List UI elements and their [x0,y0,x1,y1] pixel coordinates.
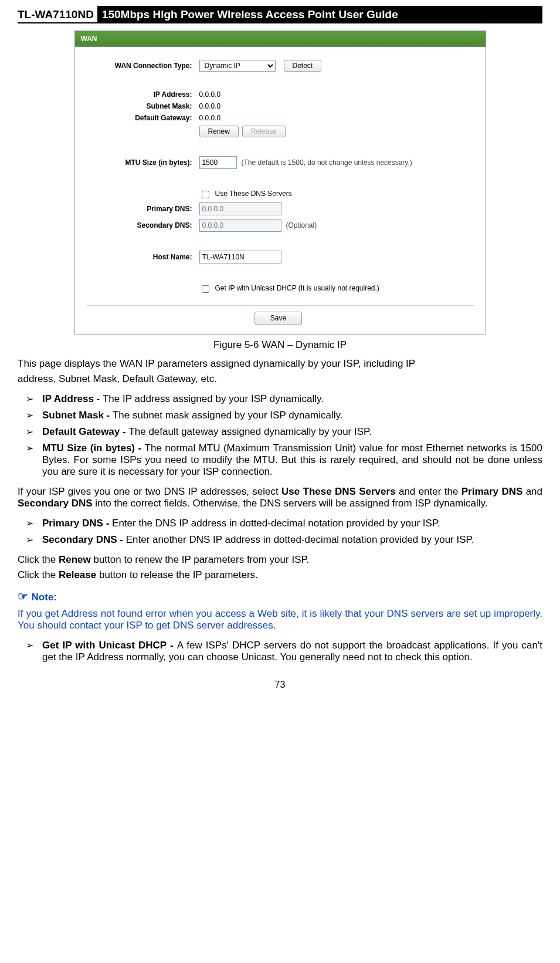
wan-settings-screenshot: WAN WAN Connection Type: Dynamic IP Dete… [74,31,486,334]
guide-title: 150Mbps High Power Wireless Access Point… [97,6,542,22]
note-body: If you get Address not found error when … [18,608,542,631]
page-number: 73 [18,680,542,690]
mtu-hint: (The default is 1500, do not change unle… [242,158,412,167]
dns-paragraph: If your ISP gives you one or two DNS IP … [18,486,542,509]
subnet-mask-label: Subnet Mask: [87,102,199,110]
mtu-size-label: MTU Size (in bytes): [87,158,199,167]
use-dns-label: Use These DNS Servers [215,190,292,198]
use-dns-checkbox[interactable] [202,191,209,198]
secondary-dns-label: Secondary DNS: [87,221,199,229]
secondary-dns-hint: (Optional) [286,221,317,229]
unicast-dhcp-checkbox[interactable] [202,285,209,293]
default-gateway-value: 0.0.0.0 [199,114,221,122]
renew-button[interactable]: Renew [199,126,239,137]
bullet-primary-dns: Primary DNS - Enter the DNS IP address i… [26,518,542,529]
release-button[interactable]: Release [242,126,286,137]
mtu-size-input[interactable] [199,156,237,169]
page-header: TL-WA7110ND 150Mbps High Power Wireless … [18,6,542,23]
bullet-unicast-dhcp: Get IP with Unicast DHCP - A few ISPs' D… [26,640,542,663]
bullet-mtu-size: MTU Size (in bytes) - The normal MTU (Ma… [26,442,542,478]
primary-dns-input[interactable] [199,202,281,215]
host-name-label: Host Name: [87,253,199,261]
figure-caption: Figure 5-6 WAN – Dynamic IP [18,339,542,351]
release-paragraph: Click the Release button to release the … [18,569,542,581]
wan-conn-type-label: WAN Connection Type: [87,62,199,70]
bullet-secondary-dns: Secondary DNS - Enter another DNS IP add… [26,534,542,546]
ip-address-label: IP Address: [87,90,199,99]
bullet-default-gateway: Default Gateway - The default gateway as… [26,426,542,438]
note-heading: Note: [18,589,542,603]
wan-conn-type-select[interactable]: Dynamic IP [199,60,276,72]
intro-line1: This page displays the WAN IP parameters… [18,358,542,370]
ip-address-value: 0.0.0.0 [199,90,221,99]
primary-dns-label: Primary DNS: [87,205,199,213]
host-name-input[interactable] [199,251,281,263]
unicast-dhcp-label: Get IP with Unicast DHCP (It is usually … [215,284,379,292]
bullet-ip-address: IP Address - The IP address assigned by … [26,393,542,405]
subnet-mask-value: 0.0.0.0 [199,102,221,110]
model-number: TL-WA7110ND [18,6,97,22]
secondary-dns-input[interactable] [199,219,281,232]
default-gateway-label: Default Gateway: [87,114,199,122]
bullet-subnet-mask: Subnet Mask - The subnet mask assigned b… [26,410,542,421]
intro-line2: address, Subnet Mask, Default Gateway, e… [18,373,542,385]
detect-button[interactable]: Detect [284,60,322,72]
save-button[interactable]: Save [254,312,302,325]
renew-paragraph: Click the Renew button to renew the IP p… [18,554,542,566]
panel-title: WAN [75,31,486,47]
